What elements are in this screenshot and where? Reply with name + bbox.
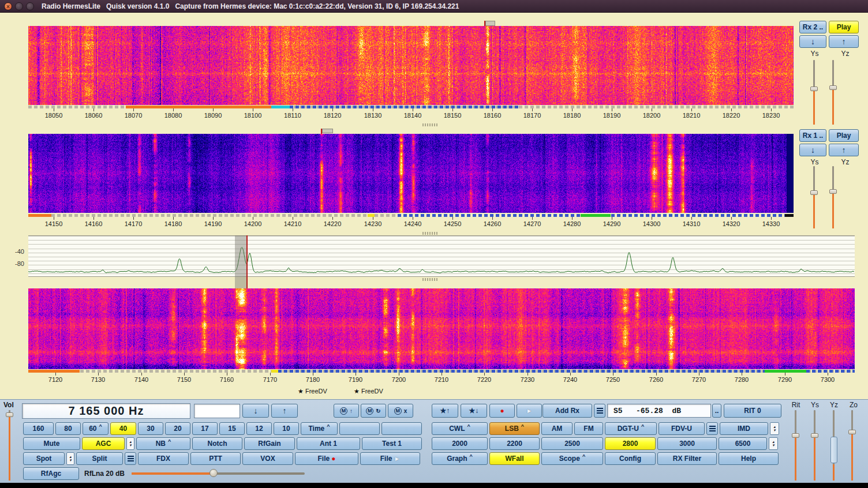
spin-down-icon[interactable]: ▾	[773, 429, 776, 432]
rx2-band-up-button[interactable]: ↑	[829, 35, 859, 48]
mute-button[interactable]: Mute	[23, 437, 80, 450]
test1-button[interactable]: Test 1	[362, 437, 422, 450]
bw-6500-button[interactable]: 6500	[719, 437, 767, 450]
tuning-line-40m[interactable]	[246, 235, 248, 288]
minimize-button[interactable]	[15, 2, 23, 10]
slider-thumb[interactable]	[792, 433, 799, 438]
rfgain-button[interactable]: RfGain	[244, 437, 295, 450]
bw-spin-control[interactable]: ▴▾	[769, 437, 778, 450]
maximize-button[interactable]	[26, 2, 34, 10]
frequency-scale-40m[interactable]: 7120713071407150716071707180719072007210…	[28, 370, 855, 385]
spot-spin-control[interactable]: ▴▾	[66, 452, 74, 465]
waterfall-40m-canvas[interactable]	[28, 288, 855, 369]
mode-lsb-button[interactable]: LSB^	[489, 422, 540, 435]
rx1-band-down-button[interactable]: ↓	[799, 144, 826, 156]
rit-slider[interactable]	[792, 410, 800, 481]
band-15-button[interactable]: 15	[219, 422, 245, 435]
antenna-button[interactable]: Ant 1	[297, 437, 360, 450]
slider-thumb[interactable]	[6, 412, 13, 417]
agc-button[interactable]: AGC	[82, 437, 125, 450]
waterfall-17m-canvas[interactable]	[28, 26, 794, 105]
mode-fdvu-button[interactable]: FDV-U	[659, 422, 705, 435]
splitter-handle[interactable]	[422, 278, 437, 281]
agc-spin-control[interactable]: ▴▾	[126, 437, 134, 450]
graph-screen-button[interactable]: Graph^	[432, 452, 488, 465]
band-60-button[interactable]: 60^	[83, 422, 108, 435]
tuning-marker-20m[interactable]	[322, 129, 333, 133]
tune-up-button[interactable]: ↑	[271, 404, 298, 418]
file-record-button[interactable]: File●	[295, 452, 358, 465]
wfall-screen-button[interactable]: WFall	[489, 452, 540, 465]
filter-band-overlay[interactable]	[235, 235, 248, 288]
tuning-marker-17m[interactable]	[485, 21, 495, 26]
split-button[interactable]: Split	[76, 452, 123, 465]
rx1-ys-slider[interactable]	[810, 166, 818, 228]
bw-2200-button[interactable]: 2200	[489, 437, 540, 450]
band-80-button[interactable]: 80	[55, 422, 81, 435]
favorite-add-button[interactable]: ★↑	[432, 404, 458, 418]
close-button[interactable]: ×	[4, 2, 12, 10]
band-time-button[interactable]: Time^	[301, 422, 338, 435]
station-list-button[interactable]	[594, 404, 605, 418]
mode-cwl-button[interactable]: CWL^	[432, 422, 488, 435]
band-12-button[interactable]: 12	[246, 422, 272, 435]
rx-filter-button[interactable]: RX Filter	[657, 452, 717, 465]
splitter-handle[interactable]	[422, 232, 437, 235]
vox-button[interactable]: VOX	[242, 452, 293, 465]
frequency-display[interactable]: 7 165 000 Hz	[22, 403, 190, 419]
band-160-button[interactable]: 160	[23, 422, 54, 435]
splitter-handle[interactable]	[422, 123, 437, 126]
memory-delete-button[interactable]: Mx	[388, 404, 413, 418]
config-button[interactable]: Config	[605, 452, 656, 465]
slider-thumb[interactable]	[829, 85, 837, 90]
bw-2800-button[interactable]: 2800	[605, 437, 656, 450]
band-40-button[interactable]: 40	[110, 422, 136, 435]
spin-down-icon[interactable]: ▾	[69, 459, 72, 462]
spectrum-trace-canvas[interactable]	[28, 236, 855, 277]
frequency-scale-17m[interactable]: 1805018060180701808018090181001811018120…	[28, 106, 794, 121]
slider-thumb[interactable]	[810, 190, 818, 195]
rx2-band-down-button[interactable]: ↓	[799, 35, 826, 48]
frequency-entry[interactable]	[194, 404, 240, 418]
slider-thumb[interactable]	[811, 433, 818, 438]
band-20-button[interactable]: 20	[165, 422, 190, 435]
rx1-button[interactable]: Rx 1 ..	[799, 129, 826, 142]
rx1-yz-slider[interactable]	[829, 166, 837, 228]
record-button[interactable]: ●	[489, 404, 515, 418]
band-17-button[interactable]: 17	[192, 422, 218, 435]
bw-2000-button[interactable]: 2000	[432, 437, 488, 450]
rx1-play-button[interactable]: Play	[829, 129, 859, 142]
mode-fm-button[interactable]: FM	[574, 422, 603, 435]
rx2-yz-slider[interactable]	[829, 60, 837, 125]
fdv-options-button[interactable]	[706, 422, 718, 435]
notch-button[interactable]: Notch	[192, 437, 242, 450]
help-button[interactable]: Help	[719, 452, 779, 465]
band-10-button[interactable]: 10	[274, 422, 299, 435]
file-play-button[interactable]: File►	[360, 452, 420, 465]
rx2-play-button[interactable]: Play	[829, 21, 859, 33]
scope-screen-button[interactable]: Scope^	[541, 452, 603, 465]
rx1-band-up-button[interactable]: ↑	[829, 144, 859, 156]
ptt-button[interactable]: PTT	[190, 452, 241, 465]
tune-down-button[interactable]: ↓	[242, 404, 269, 418]
slider-thumb[interactable]	[810, 87, 818, 91]
playback-button[interactable]: ►	[517, 404, 542, 418]
frequency-scale-20m[interactable]: 1415014160141701418014190142001421014220…	[28, 214, 794, 229]
rx2-button[interactable]: Rx 2 ..	[799, 21, 826, 33]
spin-down-icon[interactable]: ▾	[772, 444, 775, 447]
mode-dgtu-button[interactable]: DGT-U^	[605, 422, 657, 435]
mode-am-button[interactable]: AM	[541, 422, 573, 435]
nb-button[interactable]: NB^	[136, 437, 190, 450]
zo-slider[interactable]	[848, 410, 856, 481]
slider-thumb[interactable]	[830, 437, 837, 463]
waterfall-20m-canvas[interactable]	[28, 134, 794, 213]
mode-spin-control[interactable]: ▴▾	[770, 422, 779, 435]
spot-button[interactable]: Spot	[23, 452, 65, 465]
slider-thumb[interactable]	[829, 189, 837, 194]
band-blank-1-button[interactable]	[339, 422, 380, 435]
yz-slider[interactable]	[830, 410, 838, 481]
bw-3000-button[interactable]: 3000	[657, 437, 717, 450]
favorite-open-button[interactable]: ★↓	[461, 404, 487, 418]
slider-thumb[interactable]	[848, 430, 856, 434]
slider-thumb[interactable]	[209, 469, 218, 477]
